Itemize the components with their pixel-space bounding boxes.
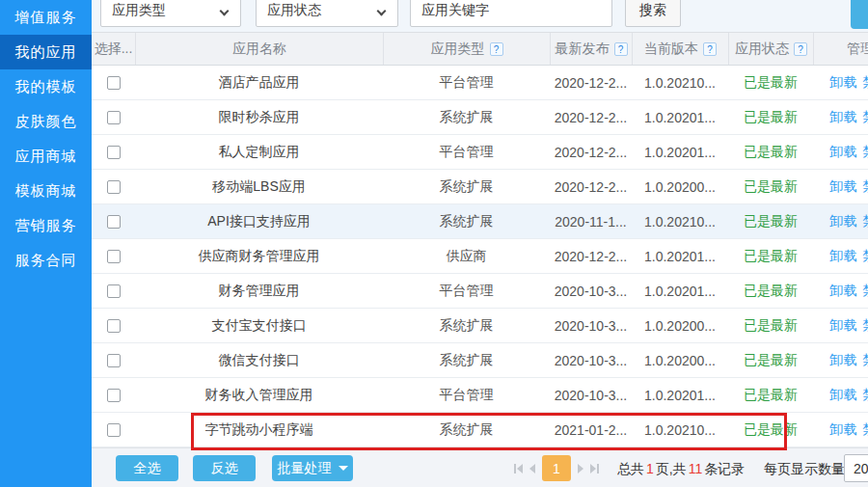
help-icon[interactable]: ?: [490, 42, 503, 56]
select-all-button[interactable]: 全选: [116, 455, 178, 481]
release-date-cell: 2020-10-3...: [550, 343, 632, 377]
manage-cell: 卸载禁用: [813, 100, 868, 134]
footer-bar: 全选 反选 批量处理 1 总共1页,共11条记录 每页显示数量: 20: [92, 447, 868, 487]
manage-cell: 卸载禁用: [813, 135, 868, 169]
release-date-cell: 2020-12-2...: [550, 239, 632, 273]
release-date-cell: 2021-01-2...: [550, 413, 632, 446]
uninstall-link[interactable]: 卸载: [830, 213, 857, 230]
app-name-cell: 财务管理应用: [135, 274, 383, 308]
record-count: 11: [689, 461, 703, 476]
sidebar-item-4[interactable]: 应用商城: [0, 139, 92, 174]
release-date-cell: 2020-12-2...: [550, 66, 632, 99]
status-cell: 已是最新: [728, 274, 813, 308]
sidebar-nav: 增值服务我的应用我的模板皮肤颜色应用商城模板商城营销服务服务合同: [0, 0, 92, 487]
manage-cell: 卸载禁用: [813, 413, 868, 446]
pagination: 1: [514, 455, 599, 481]
disable-link[interactable]: 禁用: [863, 144, 868, 161]
disable-link[interactable]: 禁用: [863, 387, 868, 404]
help-icon[interactable]: ?: [794, 42, 807, 56]
row-checkbox[interactable]: [107, 180, 121, 194]
column-header-label: 应用名称: [232, 41, 286, 58]
checkbox-cell: [92, 66, 135, 99]
sidebar-item-2[interactable]: 我的模板: [0, 69, 92, 104]
status-cell: 已是最新: [728, 413, 813, 446]
row-checkbox[interactable]: [107, 284, 121, 298]
row-checkbox[interactable]: [107, 389, 121, 402]
sidebar-item-7[interactable]: 服务合同: [0, 243, 92, 278]
per-page-select-value: 20: [854, 461, 868, 476]
table-row: 支付宝支付接口系统扩展2020-10-3...1.0.20200...已是最新卸…: [92, 309, 868, 343]
status-cell: 已是最新: [728, 100, 813, 134]
column-header-3: 最新发布?: [550, 33, 632, 65]
manage-cell: 卸载禁用: [813, 204, 868, 238]
uninstall-link[interactable]: 卸载: [830, 144, 857, 161]
uninstall-link[interactable]: 卸载: [830, 317, 857, 335]
disable-link[interactable]: 禁用: [863, 283, 868, 300]
uninstall-link[interactable]: 卸载: [830, 352, 857, 369]
column-header-5: 应用状态?: [728, 33, 813, 65]
current-page-button[interactable]: 1: [542, 455, 571, 481]
table-row: 供应商财务管理应用供应商2020-12-2...1.0.20201...已是最新…: [92, 239, 868, 274]
uninstall-link[interactable]: 卸载: [830, 248, 857, 265]
status-cell: 已是最新: [728, 170, 813, 203]
per-page-select[interactable]: 20: [844, 454, 868, 482]
manage-cell: 卸载禁用: [813, 343, 868, 377]
keyword-input[interactable]: 应用关键字: [410, 0, 612, 27]
chevron-down-icon: [377, 7, 387, 16]
release-date-cell: 2020-10-3...: [550, 274, 632, 308]
corner-action-button[interactable]: [851, 0, 868, 29]
search-button[interactable]: 搜索: [625, 0, 681, 27]
next-page-button[interactable]: [578, 464, 583, 473]
disable-link[interactable]: 禁用: [863, 421, 868, 439]
row-checkbox[interactable]: [107, 111, 121, 124]
column-header-0: 选择...: [92, 33, 135, 65]
uninstall-link[interactable]: 卸载: [830, 387, 857, 404]
row-checkbox[interactable]: [107, 423, 121, 437]
sidebar-item-1[interactable]: 我的应用: [0, 35, 92, 69]
last-page-button[interactable]: [590, 464, 599, 473]
app-type-select[interactable]: 应用类型: [100, 0, 241, 27]
sidebar-item-5[interactable]: 模板商城: [0, 174, 92, 208]
version-cell: 1.0.20200...: [632, 170, 728, 203]
row-checkbox[interactable]: [107, 215, 121, 229]
help-icon[interactable]: ?: [614, 42, 628, 56]
uninstall-link[interactable]: 卸载: [830, 74, 857, 92]
disable-link[interactable]: 禁用: [863, 213, 868, 230]
column-header-4: 当前版本?: [632, 33, 728, 65]
invert-selection-button[interactable]: 反选: [193, 455, 256, 481]
version-cell: 1.0.20201...: [632, 135, 728, 169]
row-checkbox[interactable]: [107, 76, 121, 90]
table-row: 限时秒杀应用系统扩展2020-12-2...1.0.20201...已是最新卸载…: [92, 100, 868, 135]
disable-link[interactable]: 禁用: [863, 74, 868, 92]
app-type-cell: 平台管理: [383, 378, 550, 412]
batch-process-button[interactable]: 批量处理: [272, 455, 353, 481]
app-type-cell: 系统扩展: [383, 413, 550, 446]
version-cell: 1.0.20201...: [632, 274, 728, 308]
sidebar-item-6[interactable]: 营销服务: [0, 208, 92, 243]
sidebar-item-3[interactable]: 皮肤颜色: [0, 104, 92, 139]
app-type-cell: 供应商: [383, 239, 550, 273]
disable-link[interactable]: 禁用: [863, 109, 868, 126]
help-icon[interactable]: ?: [703, 42, 717, 56]
app-type-cell: 系统扩展: [383, 309, 550, 342]
disable-link[interactable]: 禁用: [863, 317, 868, 335]
chevron-down-icon: [220, 7, 230, 16]
row-checkbox[interactable]: [107, 319, 121, 333]
uninstall-link[interactable]: 卸载: [830, 109, 857, 126]
first-page-button[interactable]: [514, 464, 523, 473]
prev-page-button[interactable]: [529, 464, 535, 473]
row-checkbox[interactable]: [107, 146, 121, 159]
uninstall-link[interactable]: 卸载: [830, 178, 857, 196]
column-header-2: 应用类型?: [383, 33, 550, 65]
sidebar-item-0[interactable]: 增值服务: [0, 0, 92, 35]
row-checkbox[interactable]: [107, 354, 121, 367]
checkbox-cell: [92, 274, 135, 308]
disable-link[interactable]: 禁用: [863, 178, 868, 196]
uninstall-link[interactable]: 卸载: [830, 283, 857, 300]
uninstall-link[interactable]: 卸载: [830, 421, 857, 439]
row-checkbox[interactable]: [107, 250, 121, 263]
disable-link[interactable]: 禁用: [863, 248, 868, 265]
disable-link[interactable]: 禁用: [863, 352, 868, 369]
app-status-select[interactable]: 应用状态: [256, 0, 398, 27]
checkbox-cell: [92, 413, 135, 446]
